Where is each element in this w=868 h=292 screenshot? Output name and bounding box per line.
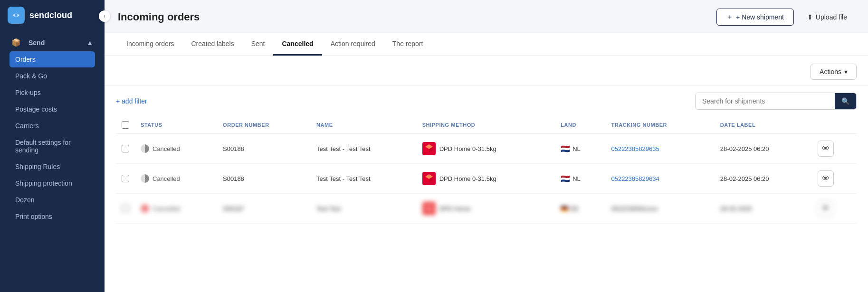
svg-point-1	[15, 14, 18, 17]
row2-status-dot	[141, 174, 149, 183]
logo-icon	[8, 7, 25, 24]
row2-actions: 👁	[812, 164, 857, 194]
row2-tracking-number: 05222385829634	[605, 164, 714, 194]
eye-icon: 👁	[822, 174, 830, 183]
search-button[interactable]: 🔍	[835, 93, 856, 109]
sidebar-item-postage-costs[interactable]: Postage costs	[10, 101, 95, 117]
svg-point-13	[426, 206, 432, 211]
search-container: 🔍	[695, 93, 857, 110]
row1-date-label: 28-02-2025 06:20	[715, 134, 812, 164]
send-icon: 📦	[11, 38, 21, 47]
row1-actions: 👁	[812, 134, 857, 164]
row2-order-number: S00188	[217, 164, 311, 194]
table-row: Cancelled S00188 Test Test - Test Test	[116, 164, 857, 194]
tab-incoming-orders[interactable]: Incoming orders	[118, 33, 182, 56]
table-row: Cancelled S00187 Test Test DPD Home	[116, 194, 857, 224]
col-status: STATUS	[135, 116, 217, 134]
row2-tracking-link[interactable]: 05222385829634	[611, 175, 659, 182]
row1-order-number: S00188	[217, 134, 311, 164]
actions-bar: Actions ▾	[105, 56, 868, 86]
col-row-actions	[812, 116, 857, 134]
page-title: Incoming orders	[118, 11, 200, 23]
logo-text: sendcloud	[29, 10, 72, 20]
plus-icon: ＋	[726, 13, 733, 21]
dpd-carrier-icon	[422, 142, 436, 155]
row2-view-button[interactable]: 👁	[818, 170, 834, 187]
row1-status-dot	[141, 144, 149, 153]
row1-land: 🇳🇱 NL	[555, 134, 605, 164]
row1-checkbox[interactable]	[122, 145, 129, 152]
row2-shipping-method: DPD Home 0-31.5kg	[417, 164, 555, 194]
top-bar: Incoming orders ＋ + New shipment ⬆ Uploa…	[105, 0, 868, 26]
col-shipping-method: SHIPPING METHOD	[417, 116, 555, 134]
row2-flag-icon: 🇳🇱	[561, 174, 570, 183]
sidebar-item-orders[interactable]: Orders	[10, 51, 95, 67]
dpd-carrier-icon	[422, 172, 436, 185]
row2-checkbox[interactable]	[122, 175, 129, 182]
top-bar-actions: ＋ + New shipment ⬆ Upload file	[716, 9, 855, 26]
row2-land: 🇳🇱 NL	[555, 164, 605, 194]
row1-shipping-method: DPD Home 0-31.5kg	[417, 134, 555, 164]
send-section-header[interactable]: 📦 Send ▲	[10, 34, 95, 51]
tab-created-labels[interactable]: Created labels	[182, 33, 242, 56]
upload-icon: ⬆	[807, 13, 813, 21]
search-icon: 🔍	[841, 97, 849, 105]
content-area: Actions ▾ + add filter 🔍	[105, 56, 868, 292]
add-filter-button[interactable]: + add filter	[116, 97, 147, 105]
eye-icon: 👁	[822, 144, 830, 153]
tab-action-required[interactable]: Action required	[322, 33, 384, 56]
row2-date-label: 28-02-2025 06:20	[715, 164, 812, 194]
select-all-checkbox[interactable]	[122, 121, 129, 129]
tab-cancelled[interactable]: Cancelled	[273, 33, 322, 56]
table-row: Cancelled S00188 Test Test - Test Test	[116, 134, 857, 164]
row2-status: Cancelled	[135, 164, 217, 194]
col-order-number: ORDER NUMBER	[217, 116, 311, 134]
table-container: STATUS ORDER NUMBER NAME SHIPPING METHOD	[105, 116, 868, 224]
tabs-bar: Incoming orders Created labels Sent Canc…	[105, 33, 868, 56]
col-checkbox	[116, 116, 135, 134]
row3-view-button[interactable]: 👁	[818, 200, 834, 217]
upload-file-button[interactable]: ⬆ Upload file	[800, 9, 855, 25]
chevron-down-icon: ▾	[844, 68, 848, 75]
sidebar-logo: sendcloud	[0, 0, 105, 30]
collapse-sidebar-button[interactable]: ‹	[99, 10, 110, 22]
new-shipment-button[interactable]: ＋ + New shipment	[716, 9, 794, 26]
send-section: 📦 Send ▲ Orders Pack & Go Pick-ups Posta…	[4, 30, 101, 227]
sidebar-item-default-settings[interactable]: Default settings for sending	[10, 134, 95, 158]
sidebar-item-print-options[interactable]: Print options	[10, 208, 95, 225]
main-content: Incoming orders ＋ + New shipment ⬆ Uploa…	[105, 0, 868, 292]
col-date-label: DATE LABEL	[715, 116, 812, 134]
sidebar: sendcloud ‹ 📦 Send ▲ Orders Pack & Go Pi…	[0, 0, 105, 292]
chevron-up-icon: ▲	[86, 39, 93, 47]
col-land: LAND	[555, 116, 605, 134]
sidebar-item-pick-ups[interactable]: Pick-ups	[10, 85, 95, 101]
shipments-table: STATUS ORDER NUMBER NAME SHIPPING METHOD	[116, 116, 857, 224]
tab-sent[interactable]: Sent	[243, 33, 274, 56]
sidebar-item-carriers[interactable]: Carriers	[10, 118, 95, 134]
sidebar-item-shipping-rules[interactable]: Shipping Rules	[10, 159, 95, 175]
row1-tracking-number: 05222385829635	[605, 134, 714, 164]
tab-the-report[interactable]: The report	[384, 33, 432, 56]
row1-tracking-link[interactable]: 05222385829635	[611, 145, 659, 152]
row1-checkbox-cell	[116, 134, 135, 164]
sidebar-item-pack-go[interactable]: Pack & Go	[10, 68, 95, 84]
sidebar-item-shipping-protection[interactable]: Shipping protection	[10, 175, 95, 191]
row2-checkbox-cell	[116, 164, 135, 194]
sidebar-nav: 📦 Send ▲ Orders Pack & Go Pick-ups Posta…	[0, 30, 105, 292]
col-tracking-number: TRACKING NUMBER	[605, 116, 714, 134]
row1-view-button[interactable]: 👁	[818, 141, 834, 157]
row1-flag-icon: 🇳🇱	[561, 144, 570, 153]
row1-status: Cancelled	[135, 134, 217, 164]
col-name: NAME	[311, 116, 417, 134]
filter-search-bar: + add filter 🔍	[105, 86, 868, 116]
search-input[interactable]	[696, 93, 835, 109]
row3-checkbox[interactable]	[122, 205, 129, 212]
sidebar-item-dozen[interactable]: Dozen	[10, 192, 95, 208]
row1-name: Test Test - Test Test	[311, 134, 417, 164]
row2-name: Test Test - Test Test	[311, 164, 417, 194]
actions-button[interactable]: Actions ▾	[811, 64, 857, 80]
